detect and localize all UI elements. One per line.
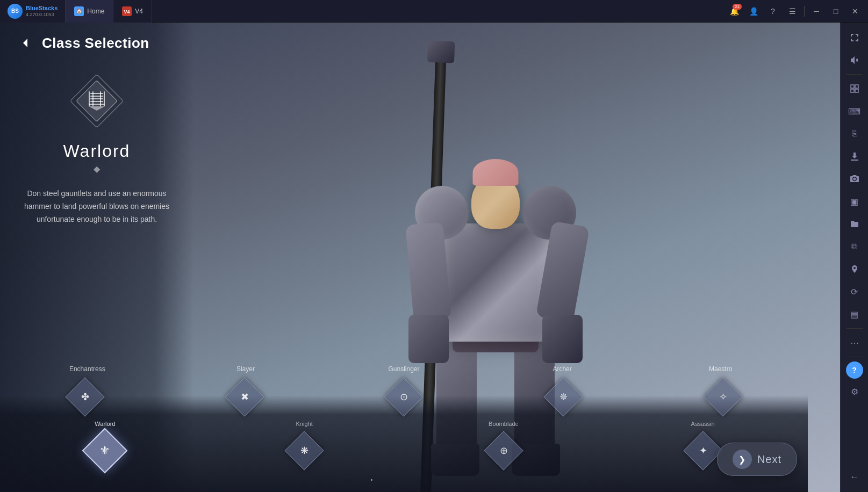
sidebar-settings-icon[interactable]: ⚙	[844, 381, 865, 402]
char-torso	[442, 223, 549, 342]
sidebar-divider-1	[847, 74, 863, 75]
sidebar-more-icon[interactable]: ⋯	[844, 332, 865, 353]
sub-label-assassin: Assassin	[603, 421, 802, 427]
class-slot-maestro[interactable]: ✧	[643, 375, 802, 418]
sub-class-icons: ⚜ ❋ ⊕ ✦	[0, 429, 808, 472]
account-button[interactable]: 👤	[745, 3, 762, 20]
sidebar-gyro-icon[interactable]: ⟳	[844, 281, 865, 302]
right-sidebar: ⌨ ⎘ ▣ ⧉	[840, 23, 868, 492]
svg-marker-2	[23, 39, 27, 47]
next-arrow-icon: ❯	[738, 454, 745, 465]
home-tab-icon: 🏠	[74, 6, 84, 16]
sub-label-knight: Knight	[205, 421, 404, 427]
class-description: Don steel gauntlets and use an enormous …	[21, 187, 172, 226]
sidebar-download-icon[interactable]	[844, 146, 865, 167]
class-emblem-svg	[67, 71, 126, 131]
tab-v4[interactable]: V4 V4	[113, 0, 152, 23]
separator	[804, 6, 805, 17]
enchantress-diamond: ✤	[66, 377, 105, 417]
sub-label-warlord: Warlord	[5, 421, 205, 427]
v4-tab-label: V4	[135, 8, 143, 15]
next-button-label: Next	[757, 453, 781, 466]
bluestacks-logo-tab[interactable]: BS BlueStacks 4.270.0.1053	[0, 0, 66, 23]
main-class-labels: Enchantress Slayer Gunslinger Archer Mae…	[0, 365, 808, 373]
sidebar-keyboard-icon[interactable]: ⌨	[844, 100, 865, 122]
notifications-button[interactable]: 🔔 21	[726, 3, 743, 20]
class-dot: ◆	[16, 164, 177, 174]
svg-rect-13	[89, 104, 105, 105]
sidebar-location-icon[interactable]	[844, 258, 865, 280]
sidebar-copy-icon[interactable]: ⧉	[844, 236, 865, 257]
sub-class-labels: Warlord Knight Boomblade Assassin	[0, 418, 808, 427]
maestro-diamond: ✧	[703, 377, 743, 417]
gunslinger-icon: ⊙	[400, 391, 408, 403]
v4-tab-icon: V4	[122, 6, 132, 16]
sidebar-volume-icon[interactable]	[844, 49, 865, 71]
bluestacks-window: BS BlueStacks 4.270.0.1053 🏠 Home V4	[0, 0, 868, 492]
assassin-diamond: ✦	[683, 431, 723, 471]
class-slot-boomblade[interactable]: ⊕	[404, 429, 604, 472]
sidebar-expand-icon[interactable]	[844, 27, 865, 48]
class-emblem	[64, 69, 129, 133]
next-button-arrow-circle: ❯	[733, 450, 752, 469]
selected-indicator: •	[371, 477, 373, 483]
class-slot-warlord[interactable]: ⚜	[5, 429, 205, 472]
bs-logo-text: BlueStacks 4.270.0.1053	[26, 5, 58, 17]
sidebar-camera-icon[interactable]	[844, 168, 865, 190]
minimize-button[interactable]: ─	[808, 3, 825, 20]
sidebar-controls-icon[interactable]: ▤	[844, 303, 865, 325]
home-tab-label: Home	[87, 8, 104, 15]
class-label-enchantress: Enchantress	[8, 365, 167, 373]
archer-diamond: ✵	[543, 377, 583, 417]
warlord-icon: ⚜	[99, 444, 110, 458]
char-left-gauntlet	[408, 315, 449, 363]
slayer-diamond: ✖	[225, 377, 264, 417]
sidebar-help-button[interactable]: ?	[846, 361, 863, 379]
knight-icon: ❋	[300, 445, 309, 457]
tab-home[interactable]: 🏠 Home	[66, 0, 113, 23]
maestro-icon: ✧	[719, 391, 727, 403]
title-bar-controls: 🔔 21 👤 ? ☰ ─ □ ✕	[726, 3, 868, 20]
svg-rect-16	[851, 89, 854, 92]
char-right-gauntlet	[542, 315, 583, 363]
svg-rect-14	[851, 85, 854, 88]
staff-top	[427, 41, 454, 63]
class-label-archer: Archer	[483, 365, 642, 373]
bs-logo: BS	[8, 4, 23, 19]
sub-label-boomblade: Boomblade	[404, 421, 604, 427]
class-label-maestro: Maestro	[641, 365, 800, 373]
sidebar-screen-region-icon[interactable]	[844, 78, 865, 99]
class-slot-knight[interactable]: ❋	[205, 429, 404, 472]
restore-button[interactable]: □	[827, 3, 844, 20]
class-slot-gunslinger[interactable]: ⊙	[324, 375, 484, 418]
sidebar-back-arrow-icon[interactable]: ←	[844, 466, 865, 488]
bs-version: 4.270.0.1053	[26, 12, 58, 17]
page-header: Class Selection	[16, 33, 177, 53]
gunslinger-diamond: ⊙	[384, 377, 424, 417]
class-selection-bar: Enchantress Slayer Gunslinger Archer Mae…	[0, 395, 808, 492]
menu-button[interactable]: ☰	[784, 3, 801, 20]
title-bar: BS BlueStacks 4.270.0.1053 🏠 Home V4	[0, 0, 868, 23]
sidebar-display-icon[interactable]: ▣	[844, 191, 865, 212]
class-name: Warlord	[16, 141, 177, 161]
sidebar-folder-icon[interactable]	[844, 213, 865, 235]
boomblade-diamond: ⊕	[484, 431, 523, 471]
close-button[interactable]: ✕	[847, 3, 864, 20]
class-slot-enchantress[interactable]: ✤	[5, 375, 165, 418]
sidebar-divider-2	[847, 328, 863, 329]
class-slot-slayer[interactable]: ✖	[165, 375, 325, 418]
main-content: Class Selection	[0, 23, 868, 492]
archer-icon: ✵	[559, 391, 568, 403]
game-area: Class Selection	[0, 23, 840, 492]
char-left-arm	[405, 222, 451, 321]
class-slot-archer[interactable]: ✵	[484, 375, 643, 418]
next-button[interactable]: ❯ Next	[717, 443, 797, 476]
page-title: Class Selection	[42, 35, 149, 52]
help-button[interactable]: ?	[764, 3, 781, 20]
warlord-diamond: ⚜	[82, 428, 128, 474]
svg-rect-17	[855, 89, 858, 92]
title-bar-left: BS BlueStacks 4.270.0.1053 🏠 Home V4	[0, 0, 152, 23]
back-button[interactable]	[16, 33, 35, 53]
char-hair	[472, 159, 518, 186]
sidebar-paste-icon[interactable]: ⎘	[844, 123, 865, 144]
